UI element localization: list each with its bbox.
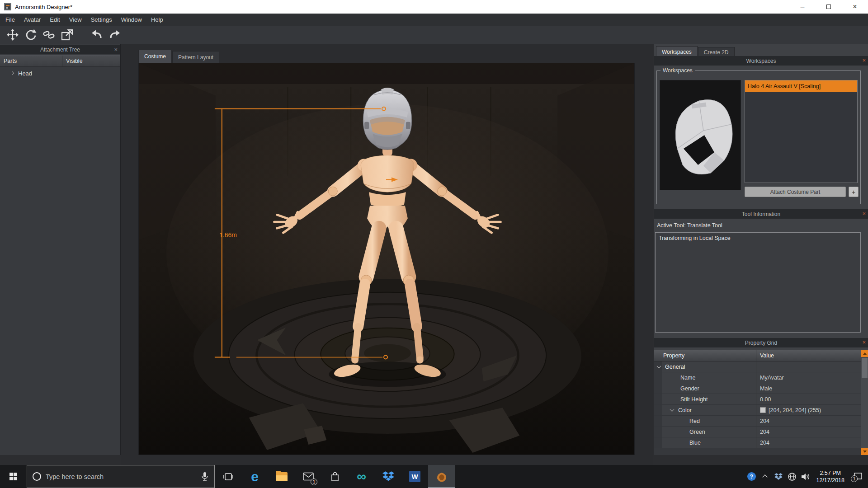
window-title: Armorsmith Designer* [15, 4, 72, 10]
taskbar-app-infinity[interactable]: ∞ [348, 465, 375, 488]
tab-costume[interactable]: Costume [138, 50, 172, 63]
tool-information-title: Tool Information [742, 211, 780, 217]
property-grid-title: Property Grid [745, 340, 777, 346]
column-header-value[interactable]: Value [756, 350, 862, 361]
clock-date: 12/17/2018 [816, 477, 844, 484]
word-icon: W [409, 471, 420, 482]
rotate-tool-button[interactable] [22, 27, 40, 42]
column-header-parts[interactable]: Parts [0, 56, 62, 66]
start-button[interactable] [0, 465, 27, 488]
tray-network[interactable] [785, 465, 799, 488]
volume-icon [801, 472, 811, 481]
collapse-icon[interactable] [670, 407, 675, 412]
edge-icon: e [251, 470, 259, 483]
tool-information-box: Transforming in Local Space [655, 232, 861, 333]
tab-pattern-layout[interactable]: Pattern Layout [172, 51, 219, 63]
task-view-icon [223, 471, 234, 482]
property-row-general[interactable]: General [654, 361, 862, 372]
tray-show-hidden[interactable] [758, 465, 772, 488]
link-tool-button[interactable] [40, 27, 58, 42]
app-window: Armorsmith Designer* – × File Avatar Edi… [0, 0, 868, 488]
workspace-list-item[interactable]: Halo 4 Air Assault V [Scaling] [745, 80, 857, 92]
property-row-stilt-height[interactable]: Stilt Height 0.00 [654, 394, 862, 405]
property-row-color[interactable]: Color [204, 204, 204] (255) [654, 405, 862, 416]
taskbar-app-armorsmith[interactable] [428, 465, 455, 488]
column-header-property[interactable]: Property [654, 350, 756, 361]
redo-button[interactable] [106, 27, 124, 42]
property-grid-dock-header: Property Grid × [654, 338, 868, 347]
attachment-tree-header: Attachment Tree × [0, 45, 120, 54]
tray-dropbox[interactable] [772, 465, 785, 488]
translate-tool-button[interactable] [4, 27, 22, 42]
menu-avatar[interactable]: Avatar [19, 14, 45, 26]
column-header-visible[interactable]: Visible [62, 56, 120, 66]
action-center-button[interactable]: 1 [848, 465, 868, 488]
expand-icon[interactable] [10, 71, 14, 75]
viewport-3d[interactable]: 1.66m [138, 63, 635, 455]
workspace-thumbnail[interactable] [660, 80, 741, 190]
scroll-down-icon[interactable] [861, 448, 868, 455]
redo-icon [108, 28, 121, 41]
property-row-blue[interactable]: Blue 204 [654, 437, 862, 448]
taskbar-app-dropbox[interactable] [375, 465, 401, 488]
attachment-tree-panel: Attachment Tree × Parts Visible Head [0, 44, 121, 455]
rotate-icon [24, 28, 37, 41]
move-icon [6, 28, 19, 41]
taskbar-app-mail[interactable]: 1 [295, 465, 321, 488]
maximize-button[interactable] [816, 0, 842, 14]
workspaces-header-title: Workspaces [746, 58, 776, 64]
property-row-gender[interactable]: Gender Male [654, 383, 862, 394]
workspaces-groupbox: Workspaces Halo 4 Air Assault V [Scaling… [656, 70, 861, 204]
active-tool-label: Active Tool: Translate Tool [657, 222, 722, 229]
undo-button[interactable] [88, 27, 106, 42]
taskbar-app-store[interactable] [321, 465, 348, 488]
tray-volume[interactable] [799, 465, 812, 488]
minimize-button[interactable]: – [789, 0, 816, 14]
collapse-icon[interactable] [657, 364, 661, 368]
tool-information-message: Transforming in Local Space [659, 235, 731, 241]
taskbar-search[interactable] [27, 465, 215, 488]
attach-costume-part-button[interactable]: Attach Costume Part [745, 187, 846, 197]
property-grid-scrollbar[interactable] [861, 350, 868, 455]
taskbar-app-file-explorer[interactable] [268, 465, 295, 488]
taskbar-clock[interactable]: 2:57 PM 12/17/2018 [812, 469, 848, 484]
attachment-tree-close-icon[interactable]: × [114, 46, 118, 53]
color-swatch [760, 407, 766, 413]
tab-workspaces[interactable]: Workspaces [656, 46, 698, 57]
maximize-icon [826, 5, 831, 9]
tab-create-2d[interactable]: Create 2D [698, 47, 735, 57]
cortana-icon [33, 472, 41, 481]
add-workspace-button[interactable]: + [849, 187, 859, 197]
menu-edit[interactable]: Edit [45, 14, 64, 26]
tree-item-head[interactable]: Head [0, 68, 120, 79]
scrollbar-thumb[interactable] [862, 358, 868, 378]
property-grid: Property Value General Name MyAvatar Gen… [654, 350, 862, 455]
menu-window[interactable]: Window [117, 14, 146, 26]
microphone-icon[interactable] [201, 472, 209, 482]
title-bar: Armorsmith Designer* – × [0, 0, 868, 14]
menu-file[interactable]: File [1, 14, 19, 26]
tree-item-label: Head [18, 70, 32, 77]
property-row-green[interactable]: Green 204 [654, 427, 862, 437]
taskbar-app-edge[interactable]: e [241, 465, 268, 488]
tray-help[interactable]: ? [745, 465, 758, 488]
workspace-list: Halo 4 Air Assault V [Scaling] [745, 80, 858, 183]
workspaces-close-icon[interactable]: × [862, 57, 866, 64]
taskbar-app-word[interactable]: W [401, 465, 428, 488]
scroll-up-icon[interactable] [861, 350, 868, 357]
search-input[interactable] [46, 473, 196, 480]
menu-help[interactable]: Help [146, 14, 168, 26]
link-icon [42, 28, 55, 41]
network-icon [788, 472, 797, 481]
task-view-button[interactable] [215, 465, 241, 488]
property-row-red[interactable]: Red 204 [654, 416, 862, 427]
property-row-name[interactable]: Name MyAvatar [654, 372, 862, 383]
property-grid-close-icon[interactable]: × [862, 339, 866, 346]
close-button[interactable]: × [842, 0, 868, 14]
menu-view[interactable]: View [65, 14, 86, 26]
store-icon [330, 471, 340, 482]
export-tool-button[interactable] [58, 27, 76, 42]
menu-settings[interactable]: Settings [86, 14, 117, 26]
system-tray: ? 2:57 PM 12/17/2018 1 [745, 465, 868, 488]
tool-information-close-icon[interactable]: × [862, 211, 866, 217]
